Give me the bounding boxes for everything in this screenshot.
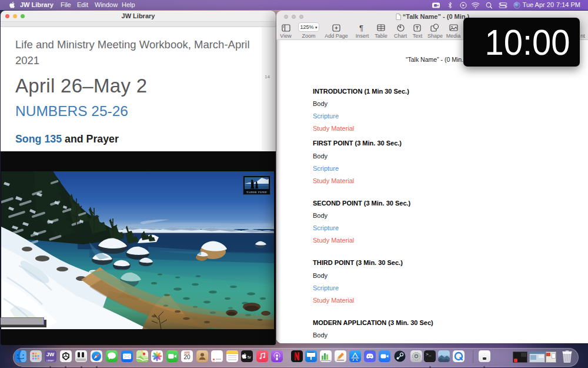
svg-text:TAHOE FUND: TAHOE FUND [246, 191, 267, 194]
svg-text:tv: tv [248, 354, 251, 360]
